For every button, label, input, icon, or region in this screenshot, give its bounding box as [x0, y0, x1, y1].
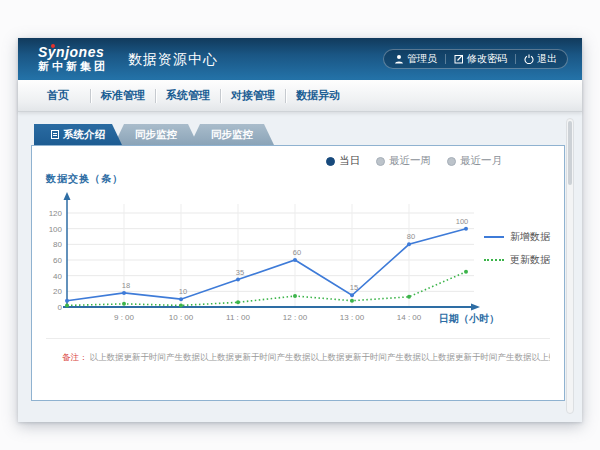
main-nav: 首页 标准管理 系统管理 对接管理 数据异动 [18, 80, 582, 112]
svg-text:13 : 00: 13 : 00 [340, 313, 365, 322]
svg-text:14 : 00: 14 : 00 [397, 313, 422, 322]
svg-text:40: 40 [53, 272, 62, 281]
user-menu-label: 管理员 [407, 52, 437, 66]
svg-text:11 : 00: 11 : 00 [226, 313, 250, 322]
radio-option-last-month[interactable]: 最近一月 [447, 154, 502, 168]
time-range-filter: 当日 最近一周 最近一月 [326, 154, 502, 168]
app-window: Synjones 新中新集团 数据资源中心 管理员 修改密码 退出 首页 标 [18, 38, 582, 422]
brand-name-cn: 新中新集团 [38, 61, 108, 73]
footnote: 备注：以上数据更新于时间产生数据以上数据更新于时间产生数据以上数据更新于时间产生… [46, 338, 550, 364]
brand-name: Synjones [38, 45, 108, 60]
radio-label: 当日 [339, 154, 360, 168]
radio-icon [326, 157, 335, 166]
nav-item-interface-mgmt[interactable]: 对接管理 [221, 88, 285, 103]
svg-text:80: 80 [407, 232, 415, 241]
svg-text:12 : 00: 12 : 00 [283, 313, 308, 322]
scrollbar[interactable] [566, 118, 574, 414]
x-axis-title: 日期（小时） [439, 312, 499, 326]
tab-label: 同步监控 [211, 128, 253, 142]
svg-text:9 : 00: 9 : 00 [114, 313, 135, 322]
tab-label: 系统介绍 [63, 128, 105, 142]
y-axis-title: 数据交换（条） [46, 172, 123, 186]
nav-item-home[interactable]: 首页 [26, 88, 90, 103]
change-password-button[interactable]: 修改密码 [454, 52, 507, 66]
nav-item-system-mgmt[interactable]: 系统管理 [156, 88, 220, 103]
radio-label: 最近一月 [460, 154, 502, 168]
svg-text:35: 35 [236, 268, 244, 277]
footnote-text: 以上数据更新于时间产生数据以上数据更新于时间产生数据以上数据更新于时间产生数据以… [90, 352, 551, 362]
power-icon [524, 54, 534, 64]
tab-label: 同步监控 [135, 128, 177, 142]
pill-separator [445, 54, 446, 64]
user-menu-button[interactable]: 管理员 [394, 52, 437, 66]
line-chart: 0204060801001209 : 0010 : 0011 : 0012 : … [32, 190, 502, 326]
edit-icon [454, 54, 464, 64]
svg-text:15: 15 [350, 283, 358, 292]
chart-panel: 当日 最近一周 最近一月 数据交换（条） 0204060801001209 : … [31, 145, 565, 401]
svg-text:20: 20 [53, 287, 62, 296]
svg-text:80: 80 [53, 240, 62, 249]
radio-icon [447, 157, 456, 166]
svg-text:18: 18 [122, 281, 130, 290]
page-title: 数据资源中心 [128, 50, 218, 69]
nav-item-standard-mgmt[interactable]: 标准管理 [91, 88, 155, 103]
logout-label: 退出 [537, 52, 557, 66]
pill-separator [515, 54, 516, 64]
svg-text:100: 100 [456, 217, 469, 226]
svg-text:0: 0 [58, 303, 63, 312]
radio-icon [376, 157, 385, 166]
legend-label: 新增数据 [510, 230, 550, 244]
tab-system-intro[interactable]: 系统介绍 [34, 124, 122, 145]
legend-item-update-data[interactable]: 更新数据 [484, 253, 550, 267]
change-password-label: 修改密码 [467, 52, 507, 66]
radio-option-today[interactable]: 当日 [326, 154, 360, 168]
legend-item-new-data[interactable]: 新增数据 [484, 230, 550, 244]
user-toolbar: 管理员 修改密码 退出 [383, 49, 568, 69]
radio-label: 最近一周 [389, 154, 431, 168]
content-area: 系统介绍 同步监控 同步监控 当日 最近一周 [18, 112, 582, 422]
dotted-line-sample [484, 259, 504, 261]
logout-button[interactable]: 退出 [524, 52, 557, 66]
svg-text:100: 100 [49, 225, 63, 234]
svg-text:10: 10 [179, 287, 187, 296]
tab-sync-monitor-1[interactable]: 同步监控 [114, 124, 198, 145]
tab-bar: 系统介绍 同步监控 同步监控 [34, 124, 582, 145]
radio-option-last-week[interactable]: 最近一周 [376, 154, 431, 168]
svg-text:10 : 00: 10 : 00 [169, 313, 194, 322]
app-header: Synjones 新中新集团 数据资源中心 管理员 修改密码 退出 [18, 38, 582, 80]
brand-logo: Synjones 新中新集团 [38, 45, 108, 72]
user-icon [394, 54, 404, 64]
chart-legend: 新增数据 更新数据 [484, 230, 550, 267]
nav-item-data-change[interactable]: 数据异动 [286, 88, 350, 103]
svg-text:120: 120 [49, 209, 63, 218]
tab-sync-monitor-2[interactable]: 同步监控 [190, 124, 274, 145]
legend-label: 更新数据 [510, 253, 550, 267]
chart-area: 数据交换（条） 0204060801001209 : 0010 : 0011 :… [32, 172, 564, 334]
footnote-prefix: 备注： [62, 352, 88, 362]
svg-text:60: 60 [293, 248, 301, 257]
solid-line-sample [484, 236, 504, 238]
svg-text:60: 60 [53, 256, 62, 265]
document-icon [51, 130, 59, 139]
